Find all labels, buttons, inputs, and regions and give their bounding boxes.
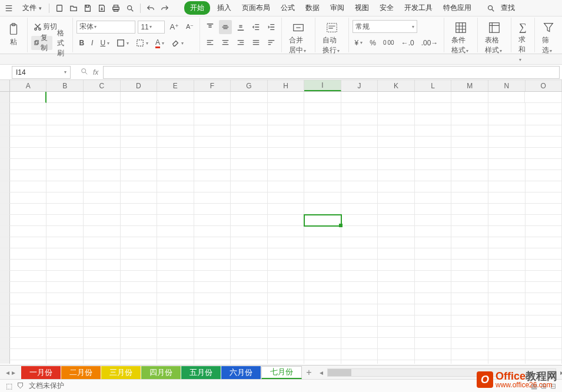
font-size-combo[interactable]: 11▾ (138, 21, 165, 34)
cell[interactable] (526, 181, 562, 192)
cell[interactable] (451, 192, 488, 204)
menu-icon[interactable] (2, 2, 15, 15)
cell[interactable] (268, 327, 305, 338)
cell[interactable] (378, 327, 415, 338)
cell[interactable] (341, 349, 378, 360)
cell[interactable] (341, 304, 378, 315)
cell[interactable] (304, 215, 341, 226)
cell[interactable] (268, 103, 305, 114)
cell[interactable] (10, 293, 47, 304)
fill-color-button[interactable]: ▾ (134, 36, 151, 50)
cell[interactable] (378, 103, 415, 114)
cell[interactable] (304, 248, 341, 260)
cell[interactable] (526, 360, 562, 364)
cell[interactable] (231, 360, 268, 364)
cell[interactable] (488, 248, 526, 260)
new-icon[interactable] (53, 2, 66, 15)
cell[interactable] (415, 215, 452, 226)
cell[interactable] (194, 192, 231, 204)
sheet-tab[interactable]: 七月份 (261, 366, 302, 379)
cell[interactable] (268, 226, 305, 237)
border-button[interactable]: ▾ (114, 36, 131, 50)
cell[interactable] (488, 204, 526, 215)
sheet-tab[interactable]: 六月份 (221, 366, 261, 379)
cell[interactable] (194, 92, 231, 103)
cell[interactable] (451, 181, 488, 192)
cell[interactable] (231, 282, 268, 293)
cell[interactable] (488, 192, 526, 204)
cell[interactable] (121, 315, 158, 327)
cell[interactable] (451, 260, 488, 271)
cell[interactable] (415, 293, 452, 304)
cell[interactable] (304, 125, 341, 137)
cell[interactable] (341, 260, 378, 271)
cell[interactable] (488, 103, 526, 114)
cell[interactable] (121, 360, 158, 364)
inc-decimal-button[interactable]: ←.0 (399, 36, 417, 50)
cell[interactable] (268, 148, 305, 159)
cell[interactable] (415, 103, 452, 114)
cell[interactable] (194, 204, 231, 215)
cell[interactable] (378, 137, 415, 148)
cell[interactable] (84, 125, 121, 137)
cell[interactable] (415, 114, 452, 125)
cell[interactable] (10, 260, 47, 271)
cell[interactable] (268, 304, 305, 315)
row-header[interactable] (0, 114, 10, 125)
cell[interactable] (526, 282, 562, 293)
cell[interactable] (341, 148, 378, 159)
row-header[interactable] (0, 103, 10, 114)
cell[interactable] (488, 215, 526, 226)
cell[interactable] (121, 349, 158, 360)
cell[interactable] (378, 237, 415, 248)
cell[interactable] (341, 181, 378, 192)
cell[interactable] (304, 271, 341, 282)
cell[interactable] (341, 170, 378, 181)
cell[interactable] (10, 226, 47, 237)
cell[interactable] (526, 293, 562, 304)
tab-nav-prev[interactable]: ◂ (6, 368, 9, 377)
cell[interactable] (231, 304, 268, 315)
cell[interactable] (157, 215, 194, 226)
cell[interactable] (488, 148, 526, 159)
dec-decimal-button[interactable]: .00→ (419, 36, 441, 50)
row-header[interactable] (0, 192, 10, 204)
select-all-corner[interactable] (0, 80, 10, 91)
redo-icon[interactable] (158, 2, 171, 15)
cell[interactable] (46, 181, 84, 192)
cell[interactable] (46, 114, 84, 125)
cell[interactable] (84, 282, 121, 293)
cell[interactable] (231, 92, 268, 103)
cell[interactable] (84, 159, 121, 170)
cell[interactable] (157, 282, 194, 293)
cell[interactable] (526, 349, 562, 360)
number-format-combo[interactable]: 常规▾ (353, 20, 417, 33)
preview-icon[interactable] (124, 2, 137, 15)
cell[interactable] (451, 327, 488, 338)
col-header-K[interactable]: K (378, 80, 415, 91)
cell[interactable] (121, 192, 158, 204)
cell[interactable] (46, 215, 84, 226)
cell[interactable] (304, 92, 341, 103)
col-header-L[interactable]: L (415, 80, 452, 91)
cell[interactable] (84, 349, 121, 360)
file-menu[interactable]: 文件▾ (16, 2, 45, 15)
cell[interactable] (231, 125, 268, 137)
row-header[interactable] (0, 137, 10, 148)
cell[interactable] (10, 92, 47, 103)
cell[interactable] (84, 215, 121, 226)
row-header[interactable] (0, 271, 10, 282)
formula-input[interactable] (103, 66, 560, 79)
cell[interactable] (341, 137, 378, 148)
cell[interactable] (378, 315, 415, 327)
filter-button[interactable]: 筛选▾ (538, 19, 558, 58)
sheet-tab[interactable]: 二月份 (61, 366, 101, 379)
cell[interactable] (304, 114, 341, 125)
cell[interactable] (121, 204, 158, 215)
cell[interactable] (268, 349, 305, 360)
cell[interactable] (10, 159, 47, 170)
cell[interactable] (488, 327, 526, 338)
tab-insert[interactable]: 插入 (214, 1, 235, 15)
cell[interactable] (10, 338, 47, 349)
cell[interactable] (194, 237, 231, 248)
